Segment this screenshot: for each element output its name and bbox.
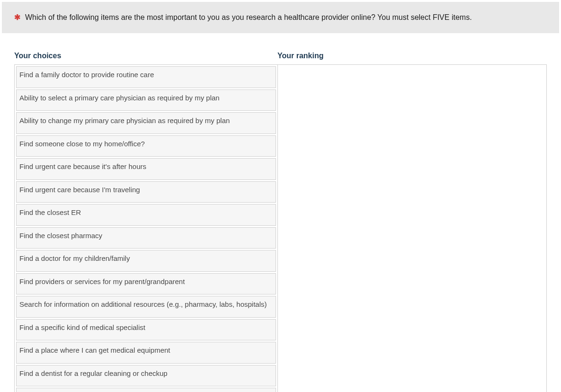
choice-item[interactable]: Find someone close to my home/office? — [16, 135, 276, 157]
choice-item[interactable]: Find a family doctor to provide routine … — [16, 66, 276, 88]
ranking-column: Your ranking — [277, 52, 547, 392]
choice-item[interactable]: Ability to change my primary care physic… — [16, 112, 276, 134]
choice-item[interactable]: Search for information on additional res… — [16, 296, 276, 318]
choice-item[interactable]: Find a doctor for my children/family — [16, 250, 276, 272]
choice-item[interactable]: Find the closest ER — [16, 204, 276, 226]
choice-item[interactable]: Find a specific kind of medical speciali… — [16, 319, 276, 341]
ranking-widget: Your choices Find a family doctor to pro… — [2, 33, 559, 392]
choice-item[interactable]: Find a dentist to treat a medical dental… — [16, 388, 276, 392]
choice-item[interactable]: Find a dentist for a regular cleaning or… — [16, 365, 276, 387]
required-asterisk-icon: ✱ — [14, 12, 20, 23]
ranking-header: Your ranking — [277, 52, 547, 60]
choice-item[interactable]: Find providers or services for my parent… — [16, 273, 276, 295]
choice-item[interactable]: Find urgent care because I'm traveling — [16, 181, 276, 203]
choice-item[interactable]: Ability to select a primary care physici… — [16, 89, 276, 111]
question-text: Which of the following items are the mos… — [25, 12, 472, 23]
choices-column: Your choices Find a family doctor to pro… — [14, 52, 277, 392]
question-header: ✱ Which of the following items are the m… — [2, 2, 559, 33]
ranking-container[interactable] — [277, 64, 547, 392]
choice-item[interactable]: Find urgent care because it's after hour… — [16, 158, 276, 180]
choice-item[interactable]: Find the closest pharmacy — [16, 227, 276, 249]
choices-container[interactable]: Find a family doctor to provide routine … — [14, 64, 277, 392]
choice-item[interactable]: Find a place where I can get medical equ… — [16, 342, 276, 364]
choices-header: Your choices — [14, 52, 277, 60]
